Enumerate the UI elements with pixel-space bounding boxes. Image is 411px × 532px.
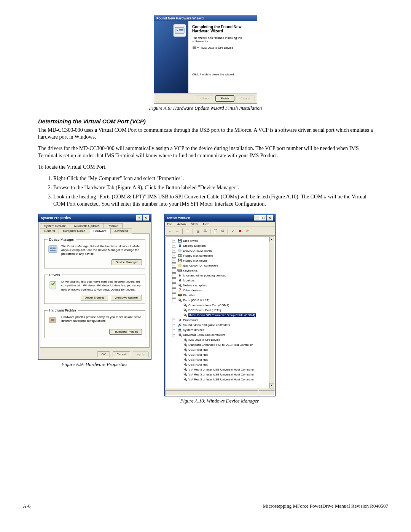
tree-item[interactable]: 🔌ECP Printer Port (LPT1) [167,308,273,313]
node-label: Standard Enhanced PCI to USB Host Contro… [188,343,253,347]
scroll-down-icon[interactable]: ▾ [269,383,274,388]
drivers-text: Driver Signing lets you make sure that i… [61,280,142,292]
wizard-click-text: Click Finish to close the wizard. [192,73,253,76]
expand-icon[interactable]: − [172,333,176,337]
refresh-icon[interactable]: 📋 [212,228,218,234]
tab-computer-name[interactable]: Computer Name [59,228,89,234]
print2-icon[interactable]: 🖶 [202,228,208,234]
device-tree[interactable]: +💾Disk drives+🖥Display adapters+💿DVD/CD-… [166,236,274,389]
scroll-up-icon[interactable]: ▴ [269,237,274,242]
expand-icon[interactable]: + [172,268,176,273]
tree-item[interactable]: +📀IDE ATA/ATAPI controllers [167,263,273,268]
tree-item[interactable]: +❓Other devices [167,288,273,293]
apply-button: Apply [133,351,149,357]
maximize-icon[interactable]: □ [260,215,266,220]
tab-general[interactable]: General [40,228,59,234]
node-label: Mice and other pointing devices [183,274,226,277]
scrollbar[interactable]: ▴ ▾ [269,237,274,388]
properties-icon[interactable]: ☰ [185,228,191,234]
enable-icon[interactable]: ✓ [230,228,236,234]
svg-point-1 [177,30,178,31]
expand-icon[interactable]: + [172,278,176,283]
node-label: VIA Rev 5 or later USB Universal Host Co… [188,378,254,381]
tree-item[interactable]: +🖱Mice and other pointing devices [167,273,273,278]
menu-file[interactable]: File [167,222,172,226]
expand-icon[interactable]: + [172,244,176,248]
node-label: USB Root Hub [188,363,208,366]
minimize-icon[interactable]: _ [254,215,260,220]
expand-icon[interactable]: + [172,318,176,322]
node-label: DVD/CD-ROM drives [183,249,212,252]
expand-icon[interactable]: + [172,288,176,292]
tree-item[interactable]: 🔌Communications Port (COM1) [167,303,273,308]
tree-item[interactable]: 🔌USB Root Hub [167,362,273,367]
expand-icon[interactable]: + [172,293,176,297]
help-icon[interactable]: ? [136,215,142,220]
tree-item[interactable]: −🔌Ports (COM & LPT) [167,298,273,303]
tree-item[interactable]: +⌨Keyboards [167,268,273,273]
tree-item[interactable]: +💾Disk drives [167,238,273,243]
tree-item[interactable]: +📼Floppy disk controllers [167,253,273,258]
tree-item[interactable]: 🔌VIA Rev 5 or later USB Universal Host C… [167,377,273,382]
cancel-button[interactable]: Cancel [113,351,131,357]
windows-update-button[interactable]: Windows Update [111,295,142,300]
expand-icon[interactable]: + [172,328,176,332]
tree-item[interactable]: 🔌USB Root Hub [167,357,273,362]
tab-remote[interactable]: Remote [104,223,123,228]
hardware-wizard-dialog: Found New Hardware Wizard Completing the… [154,15,257,104]
tree-item[interactable]: +💿DVD/CD-ROM drives [167,248,273,253]
device-manager-button[interactable]: Device Manager [112,259,142,265]
tree-item[interactable]: +🖥Monitors [167,278,273,283]
expand-icon[interactable]: + [172,323,176,327]
expand-icon[interactable]: − [172,298,176,302]
wizard-side-graphic [154,21,188,93]
scan-icon[interactable]: 🖥 [220,228,226,234]
tree-item[interactable]: +🖥Processors [167,318,273,323]
node-label: Sound, video and game controllers [183,323,230,327]
expand-icon[interactable]: + [172,264,176,268]
print-icon[interactable]: 🖨 [195,228,201,234]
ok-button[interactable]: OK [97,351,110,357]
close-icon[interactable]: × [143,215,149,220]
tree-item[interactable]: 🔌IMS USB to SPI Device [167,337,273,342]
tab-advanced[interactable]: Advanced [110,228,132,234]
svg-rect-4 [193,46,196,49]
node-icon: 📼 [177,253,182,258]
finish-button[interactable]: Finish [216,96,234,101]
tab-hardware[interactable]: Hardware [89,228,111,234]
tree-item[interactable]: 🔌VIA Rev 5 or later USB Universal Host C… [167,367,273,372]
tree-item[interactable]: +📟PhnxVcd [167,293,273,298]
close-icon[interactable]: × [267,215,273,220]
expand-icon[interactable]: + [172,283,176,288]
tree-item[interactable]: −🔌Universal Serial Bus controllers [167,332,273,337]
menu-action[interactable]: Action [177,222,186,226]
forward-icon[interactable]: → [174,228,180,234]
tab-automatic-updates[interactable]: Automatic Updates [70,223,104,228]
expand-icon[interactable]: + [172,273,176,278]
node-label: System devices [183,328,204,332]
tree-item[interactable]: 🔌USB Root Hub [167,347,273,352]
expand-icon[interactable]: + [172,249,176,253]
tree-item[interactable]: +🖥Display adapters [167,243,273,248]
menu-help[interactable]: Help [203,222,209,226]
menu-view[interactable]: View [191,222,198,226]
driver-signing-button[interactable]: Driver Signing [81,295,108,300]
expand-icon[interactable]: + [172,259,176,263]
node-icon: 📀 [177,263,182,268]
uninstall-icon[interactable]: ✖ [237,228,243,234]
tree-item[interactable]: +💾Floppy disk drives [167,258,273,263]
tree-item[interactable]: +💻System devices [167,328,273,332]
hardware-profiles-button[interactable]: Hardware Profiles [109,329,142,335]
tree-item[interactable]: +🔊Sound, video and game controllers [167,323,273,328]
scan2-icon[interactable]: ⟳ [244,228,250,234]
hardware-profiles-group: Hardware Profiles Hardware profiles prov… [44,308,145,338]
tree-item[interactable]: +🔌Network adapters [167,283,273,288]
expand-icon[interactable]: + [172,254,176,258]
tree-item[interactable]: 🔌VIA Rev 5 or later USB Universal Host C… [167,372,273,377]
back-icon[interactable]: ← [167,228,173,234]
expand-icon[interactable]: + [172,239,176,243]
tree-item[interactable]: 🔌IMS USB to SPI Parameter Setup Cable (C… [167,313,273,318]
tab-system-restore[interactable]: System Restore [40,223,70,228]
tree-item[interactable]: 🔌Standard Enhanced PCI to USB Host Contr… [167,342,273,347]
tree-item[interactable]: 🔌USB Root Hub [167,352,273,357]
